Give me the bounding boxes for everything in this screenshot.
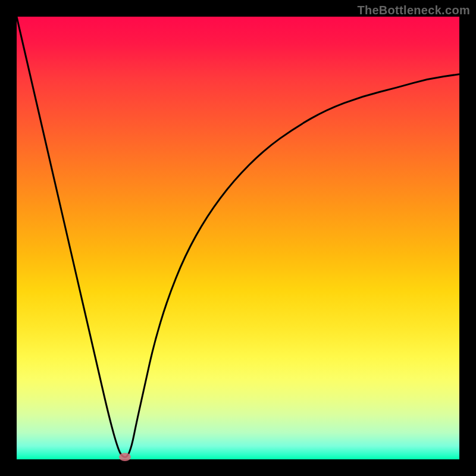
chart-frame: TheBottleneck.com <box>0 0 476 476</box>
plot-area <box>17 17 459 459</box>
valley-marker <box>119 453 131 461</box>
watermark-text: TheBottleneck.com <box>357 4 470 17</box>
gradient-background <box>17 17 459 459</box>
